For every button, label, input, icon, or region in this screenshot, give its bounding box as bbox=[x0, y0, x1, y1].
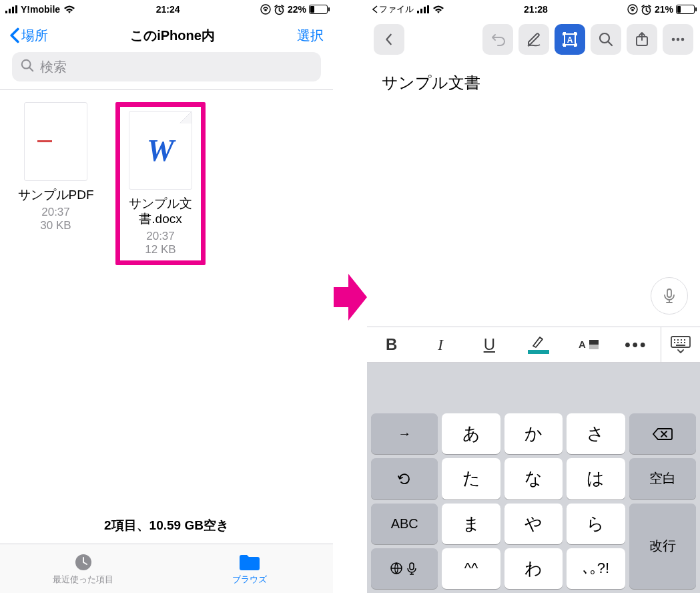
back-label: 場所 bbox=[21, 27, 48, 45]
back-button[interactable]: 場所 bbox=[9, 27, 48, 45]
carrier-label: Y!mobile bbox=[21, 4, 60, 15]
file-item-pdf[interactable]: サンプルPDF 20:37 30 KB bbox=[11, 102, 101, 265]
signal-icon bbox=[417, 5, 429, 13]
tab-label: ブラウズ bbox=[232, 574, 267, 586]
tab-bar: 最近使った項目 ブラウズ bbox=[0, 544, 333, 593]
share-button[interactable] bbox=[627, 24, 657, 55]
font-color-button[interactable]: A bbox=[563, 327, 611, 362]
svg-rect-1 bbox=[9, 9, 11, 13]
globe-mic-icon bbox=[390, 561, 419, 576]
svg-rect-2 bbox=[12, 7, 14, 13]
wifi-icon bbox=[63, 5, 75, 14]
key-ra[interactable]: ら bbox=[567, 504, 625, 544]
svg-rect-12 bbox=[427, 5, 429, 13]
underline-button[interactable]: U bbox=[465, 327, 514, 362]
battery-percent: 22% bbox=[288, 4, 306, 15]
svg-rect-27 bbox=[410, 563, 414, 570]
key-wa[interactable]: わ bbox=[504, 548, 563, 589]
svg-text:A: A bbox=[567, 35, 573, 45]
italic-button[interactable]: I bbox=[416, 327, 464, 362]
key-ya[interactable]: や bbox=[504, 504, 563, 544]
key-punct[interactable]: ､｡?! bbox=[567, 548, 625, 589]
status-bar: Y!mobile 21:24 22% bbox=[0, 0, 333, 19]
highlight-button[interactable] bbox=[514, 327, 563, 362]
key-ha[interactable]: は bbox=[567, 458, 625, 499]
svg-rect-5 bbox=[264, 9, 266, 11]
layout-button[interactable]: A bbox=[555, 24, 585, 55]
key-return[interactable]: 改行 bbox=[629, 504, 696, 590]
pdf-thumbnail-icon bbox=[24, 102, 87, 181]
file-size: 30 KB bbox=[40, 219, 71, 232]
alarm-icon bbox=[641, 4, 652, 15]
key-caret[interactable]: ^^ bbox=[442, 548, 500, 589]
signal-icon bbox=[5, 5, 17, 13]
rotation-lock-icon bbox=[260, 4, 271, 15]
format-bar: B I U A ••• bbox=[367, 327, 700, 363]
bold-button[interactable]: B bbox=[367, 327, 416, 362]
document-text: サンプル文書 bbox=[382, 72, 685, 93]
wifi-icon bbox=[432, 5, 444, 14]
word-thumbnail-icon: W bbox=[129, 111, 192, 190]
alarm-icon bbox=[274, 4, 285, 15]
status-time: 21:28 bbox=[524, 4, 548, 15]
key-sa[interactable]: さ bbox=[567, 413, 625, 454]
svg-rect-23 bbox=[667, 289, 671, 297]
file-item-docx[interactable]: W サンプル文書.docx 20:37 12 KB bbox=[115, 102, 206, 265]
file-time: 20:37 bbox=[146, 230, 175, 243]
status-bar: ファイル 21:28 21% bbox=[367, 0, 700, 19]
key-ma[interactable]: ま bbox=[442, 504, 500, 544]
word-editor-screen: ファイル 21:28 21% bbox=[367, 0, 700, 593]
undo-icon bbox=[396, 471, 412, 487]
clock-icon bbox=[72, 552, 95, 572]
tab-browse[interactable]: ブラウズ bbox=[167, 544, 334, 593]
svg-rect-11 bbox=[424, 7, 426, 13]
rotation-lock-icon bbox=[627, 4, 638, 15]
svg-rect-0 bbox=[5, 11, 7, 13]
key-a[interactable]: あ bbox=[442, 413, 500, 454]
file-name: サンプルPDF bbox=[18, 188, 94, 203]
svg-rect-9 bbox=[417, 11, 419, 13]
svg-rect-10 bbox=[420, 9, 422, 13]
svg-point-22 bbox=[681, 38, 685, 41]
key-backspace[interactable] bbox=[629, 413, 696, 454]
tab-recent[interactable]: 最近使った項目 bbox=[0, 544, 167, 593]
document-canvas[interactable]: サンプル文書 bbox=[367, 60, 700, 327]
key-space[interactable]: 空白 bbox=[629, 458, 696, 499]
battery-icon bbox=[309, 5, 328, 14]
key-na[interactable]: な bbox=[504, 458, 563, 499]
svg-text:A: A bbox=[579, 339, 586, 350]
search-input[interactable]: 検索 bbox=[12, 52, 321, 81]
highlighter-icon bbox=[531, 335, 547, 349]
key-abc[interactable]: ABC bbox=[371, 504, 438, 544]
draw-button[interactable] bbox=[518, 24, 549, 55]
storage-status: 2項目、10.59 GB空き bbox=[0, 508, 333, 544]
arrow-right-icon bbox=[334, 274, 367, 323]
back-button[interactable] bbox=[374, 24, 404, 55]
key-undo[interactable] bbox=[371, 458, 438, 499]
svg-point-20 bbox=[672, 38, 675, 41]
search-button[interactable] bbox=[591, 24, 621, 55]
font-color-icon: A bbox=[575, 338, 587, 351]
key-arrow[interactable]: → bbox=[371, 413, 438, 454]
backspace-icon bbox=[652, 426, 673, 442]
battery-percent: 21% bbox=[655, 4, 673, 15]
file-size: 12 KB bbox=[145, 243, 176, 256]
page-title: このiPhone内 bbox=[130, 27, 215, 45]
undo-button[interactable] bbox=[482, 24, 513, 55]
keyboard-icon bbox=[670, 335, 691, 354]
search-placeholder: 検索 bbox=[40, 58, 67, 76]
search-icon bbox=[20, 58, 35, 76]
key-ka[interactable]: か bbox=[504, 413, 563, 454]
editor-toolbar: A bbox=[367, 19, 700, 60]
file-name: サンプル文書.docx bbox=[123, 196, 198, 227]
back-to-app-button[interactable]: ファイル bbox=[372, 3, 414, 15]
key-ta[interactable]: た bbox=[442, 458, 500, 499]
format-more-button[interactable]: ••• bbox=[612, 327, 661, 362]
file-time: 20:37 bbox=[41, 206, 70, 219]
key-globe-mic[interactable] bbox=[371, 548, 438, 589]
svg-rect-3 bbox=[15, 5, 17, 13]
more-button[interactable] bbox=[663, 24, 693, 55]
dictation-button[interactable] bbox=[651, 277, 688, 315]
hide-keyboard-button[interactable] bbox=[661, 327, 700, 362]
select-button[interactable]: 選択 bbox=[297, 27, 324, 45]
